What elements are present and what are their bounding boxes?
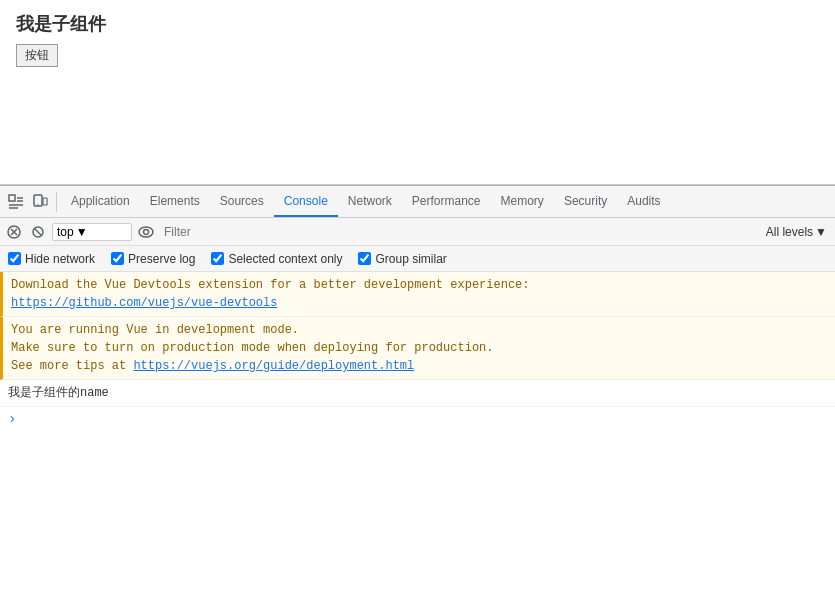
inspect-element-icon[interactable] (4, 190, 28, 214)
console-message-devmode: You are running Vue in development mode.… (0, 317, 835, 380)
chinese-component-text: 我是子组件的name (8, 386, 109, 400)
tab-console[interactable]: Console (274, 186, 338, 217)
context-value: top (57, 225, 74, 239)
levels-label: All levels (766, 225, 813, 239)
preserve-log-checkbox[interactable] (111, 252, 124, 265)
levels-dropdown[interactable]: All levels ▼ (766, 225, 831, 239)
devtools-panel: Application Elements Sources Console Net… (0, 185, 835, 597)
devtools-link[interactable]: https://github.com/vuejs/vue-devtools (11, 296, 277, 310)
tab-sources[interactable]: Sources (210, 186, 274, 217)
group-similar-checkbox[interactable] (358, 252, 371, 265)
svg-point-3 (37, 204, 39, 206)
hide-network-label: Hide network (25, 252, 95, 266)
svg-rect-2 (43, 198, 47, 205)
prompt-arrow: › (8, 411, 16, 427)
filter-input[interactable] (160, 223, 762, 241)
context-selector[interactable]: top ▼ (52, 223, 132, 241)
hide-network-checkbox[interactable] (8, 252, 21, 265)
tab-elements[interactable]: Elements (140, 186, 210, 217)
group-similar-label: Group similar (375, 252, 446, 266)
eye-icon[interactable] (136, 222, 156, 242)
svg-point-8 (144, 229, 149, 234)
page-button[interactable]: 按钮 (16, 44, 58, 67)
svg-rect-0 (9, 195, 15, 201)
tab-network[interactable]: Network (338, 186, 402, 217)
console-output: Download the Vue Devtools extension for … (0, 272, 835, 597)
tab-memory[interactable]: Memory (491, 186, 554, 217)
device-toolbar-icon[interactable] (28, 190, 52, 214)
console-toolbar: top ▼ All levels ▼ (0, 218, 835, 246)
selected-context-label: Selected context only (228, 252, 342, 266)
group-similar-check[interactable]: Group similar (358, 252, 446, 266)
console-prompt[interactable]: › (0, 407, 835, 431)
devtools-toolbar: Application Elements Sources Console Net… (0, 186, 835, 218)
console-message-devtools: Download the Vue Devtools extension for … (0, 272, 835, 317)
devmode-line3: See more tips at (11, 359, 133, 373)
svg-line-6 (34, 228, 42, 236)
devtools-warning-text: Download the Vue Devtools extension for … (11, 278, 529, 292)
levels-arrow: ▼ (815, 225, 827, 239)
selected-context-check[interactable]: Selected context only (211, 252, 342, 266)
selected-context-checkbox[interactable] (211, 252, 224, 265)
page-title: 我是子组件 (16, 12, 819, 36)
devtools-tabs: Application Elements Sources Console Net… (61, 186, 671, 217)
hide-network-check[interactable]: Hide network (8, 252, 95, 266)
tab-security[interactable]: Security (554, 186, 617, 217)
console-message-chinese: 我是子组件的name (0, 380, 835, 407)
toolbar-separator-1 (56, 192, 57, 212)
svg-point-7 (139, 227, 153, 237)
tab-audits[interactable]: Audits (617, 186, 670, 217)
context-dropdown-arrow: ▼ (76, 225, 88, 239)
tab-performance[interactable]: Performance (402, 186, 491, 217)
deployment-link[interactable]: https://vuejs.org/guide/deployment.html (133, 359, 414, 373)
console-checks: Hide network Preserve log Selected conte… (0, 246, 835, 272)
clear-console-icon[interactable] (4, 222, 24, 242)
tab-application[interactable]: Application (61, 186, 140, 217)
page-area: 我是子组件 按钮 (0, 0, 835, 185)
filter-icon[interactable] (28, 222, 48, 242)
preserve-log-label: Preserve log (128, 252, 195, 266)
devmode-line1: You are running Vue in development mode. (11, 323, 299, 337)
devmode-line2: Make sure to turn on production mode whe… (11, 341, 493, 355)
preserve-log-check[interactable]: Preserve log (111, 252, 195, 266)
